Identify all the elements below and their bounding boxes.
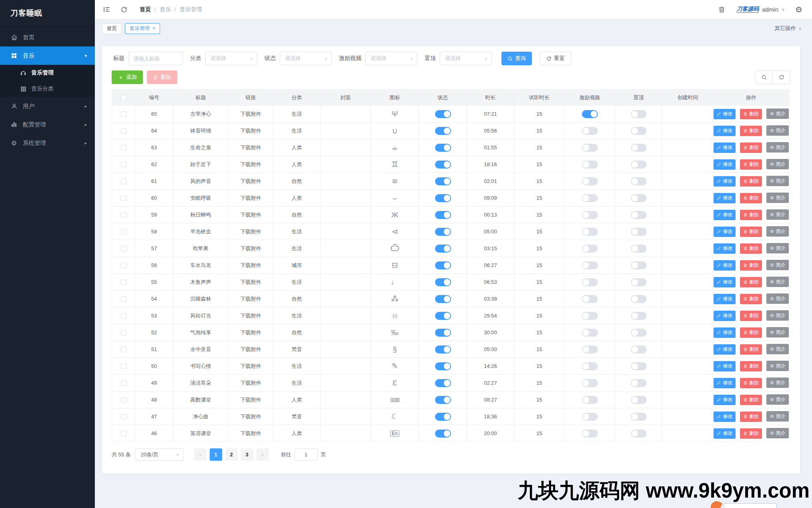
top-toggle[interactable] xyxy=(631,295,647,303)
sidebar-item-system[interactable]: ⚙ 系统管理 ▸ xyxy=(0,134,95,152)
intro-button[interactable]: 简介 xyxy=(766,260,789,270)
delete-button[interactable]: 删除 xyxy=(740,176,762,187)
goto-page-input[interactable] xyxy=(295,448,318,461)
row-download-link[interactable]: 下载附件 xyxy=(241,346,261,352)
row-download-link[interactable]: 下载附件 xyxy=(241,329,261,335)
top-toggle[interactable] xyxy=(631,211,647,219)
row-download-link[interactable]: 下载附件 xyxy=(241,262,261,268)
reward-video-toggle[interactable] xyxy=(582,245,598,253)
delete-button[interactable]: 删除 xyxy=(740,327,762,338)
reset-button[interactable]: 重置 xyxy=(540,52,571,65)
top-toggle[interactable] xyxy=(631,278,647,286)
breadcrumb-home[interactable]: 首页 xyxy=(140,6,151,13)
edit-button[interactable]: 修改 xyxy=(714,311,736,321)
reward-video-filter-select[interactable]: 请选择 ∨ xyxy=(365,52,417,65)
reward-video-toggle[interactable] xyxy=(582,110,598,118)
page-button-1[interactable]: 1 xyxy=(210,448,222,461)
reward-video-toggle[interactable] xyxy=(582,177,598,185)
edit-button[interactable]: 修改 xyxy=(714,327,736,338)
status-toggle[interactable] xyxy=(435,177,451,185)
reward-video-toggle[interactable] xyxy=(582,211,598,219)
status-toggle[interactable] xyxy=(435,278,451,286)
row-download-link[interactable]: 下载附件 xyxy=(241,313,261,319)
reward-video-toggle[interactable] xyxy=(582,430,598,438)
intro-button[interactable]: 简介 xyxy=(766,193,789,203)
top-toggle[interactable] xyxy=(631,161,647,169)
row-checkbox[interactable] xyxy=(121,195,126,201)
delete-button[interactable]: 删除 xyxy=(740,109,762,119)
sidebar-item-music-manage[interactable]: 音乐管理 xyxy=(0,65,95,81)
status-filter-select[interactable]: 请选择 ∨ xyxy=(280,52,332,65)
edit-button[interactable]: 修改 xyxy=(714,378,736,388)
row-checkbox[interactable] xyxy=(121,414,126,420)
intro-button[interactable]: 简介 xyxy=(766,377,789,388)
edit-button[interactable]: 修改 xyxy=(714,243,736,254)
row-download-link[interactable]: 下载附件 xyxy=(241,397,261,403)
reward-video-toggle[interactable] xyxy=(582,127,598,135)
delete-button[interactable]: 删除 xyxy=(740,243,762,254)
top-toggle[interactable] xyxy=(631,396,647,404)
delete-button[interactable]: 删除 xyxy=(740,395,762,405)
status-toggle[interactable] xyxy=(435,413,451,421)
top-toggle[interactable] xyxy=(631,329,647,337)
top-toggle[interactable] xyxy=(631,144,647,152)
page-button-3[interactable]: 3 xyxy=(241,448,253,461)
row-checkbox[interactable] xyxy=(121,229,126,235)
status-toggle[interactable] xyxy=(435,312,451,320)
status-toggle[interactable] xyxy=(435,127,451,135)
edit-button[interactable]: 修改 xyxy=(714,126,736,136)
table-search-toggle-button[interactable] xyxy=(755,70,773,84)
status-toggle[interactable] xyxy=(435,144,451,152)
status-toggle[interactable] xyxy=(435,194,451,202)
category-filter-select[interactable]: 请选择 ∨ xyxy=(205,52,257,65)
row-checkbox[interactable] xyxy=(121,179,126,184)
reward-video-toggle[interactable] xyxy=(582,261,598,269)
row-checkbox[interactable] xyxy=(121,212,126,218)
row-download-link[interactable]: 下载附件 xyxy=(241,128,261,134)
page-button-2[interactable]: 2 xyxy=(225,448,238,461)
top-toggle[interactable] xyxy=(631,413,647,421)
status-toggle[interactable] xyxy=(435,261,451,269)
row-checkbox[interactable] xyxy=(121,313,126,319)
reward-video-toggle[interactable] xyxy=(582,295,598,303)
reward-video-toggle[interactable] xyxy=(582,312,598,320)
delete-button[interactable]: 删除 xyxy=(740,378,762,388)
top-toggle[interactable] xyxy=(631,110,647,118)
top-toggle[interactable] xyxy=(631,379,647,387)
row-checkbox[interactable] xyxy=(121,380,126,386)
delete-button[interactable]: 删除 xyxy=(740,126,762,136)
row-checkbox[interactable] xyxy=(121,128,126,134)
next-page-button[interactable]: › xyxy=(257,448,269,461)
top-toggle[interactable] xyxy=(631,127,647,135)
page-size-select[interactable]: 20条/页 ∨ xyxy=(135,448,184,461)
intro-button[interactable]: 简介 xyxy=(766,344,789,354)
delete-button[interactable]: 删除 xyxy=(740,412,762,422)
top-toggle[interactable] xyxy=(631,430,647,438)
add-button[interactable]: ＋ 添加 xyxy=(112,70,143,84)
delete-button[interactable]: 删除 xyxy=(740,428,762,439)
sidebar-item-music-category[interactable]: 音乐分类 xyxy=(0,81,95,97)
top-toggle[interactable] xyxy=(631,194,647,202)
tag-home[interactable]: 首页 xyxy=(102,23,122,34)
delete-button[interactable]: 删除 xyxy=(740,294,762,304)
trash-icon[interactable] xyxy=(717,5,726,14)
more-actions-dropdown[interactable]: 其它操作 ∨ xyxy=(774,25,802,32)
edit-button[interactable]: 修改 xyxy=(714,210,736,220)
reward-video-toggle[interactable] xyxy=(582,161,598,169)
prev-page-button[interactable]: ‹ xyxy=(194,448,207,461)
row-download-link[interactable]: 下载附件 xyxy=(241,414,261,420)
top-toggle[interactable] xyxy=(631,362,647,370)
title-filter-input[interactable] xyxy=(128,52,183,65)
reward-video-toggle[interactable] xyxy=(582,362,598,370)
status-toggle[interactable] xyxy=(435,295,451,303)
status-toggle[interactable] xyxy=(435,345,451,353)
row-download-link[interactable]: 下载附件 xyxy=(241,178,261,184)
intro-button[interactable]: 简介 xyxy=(766,226,789,237)
intro-button[interactable]: 简介 xyxy=(766,176,789,186)
row-checkbox[interactable] xyxy=(121,296,126,302)
edit-button[interactable]: 修改 xyxy=(714,428,736,439)
row-checkbox[interactable] xyxy=(121,397,126,403)
delete-button[interactable]: 删除 xyxy=(740,227,762,237)
breadcrumb-music[interactable]: 音乐 xyxy=(160,6,171,13)
reward-video-toggle[interactable] xyxy=(582,396,598,404)
